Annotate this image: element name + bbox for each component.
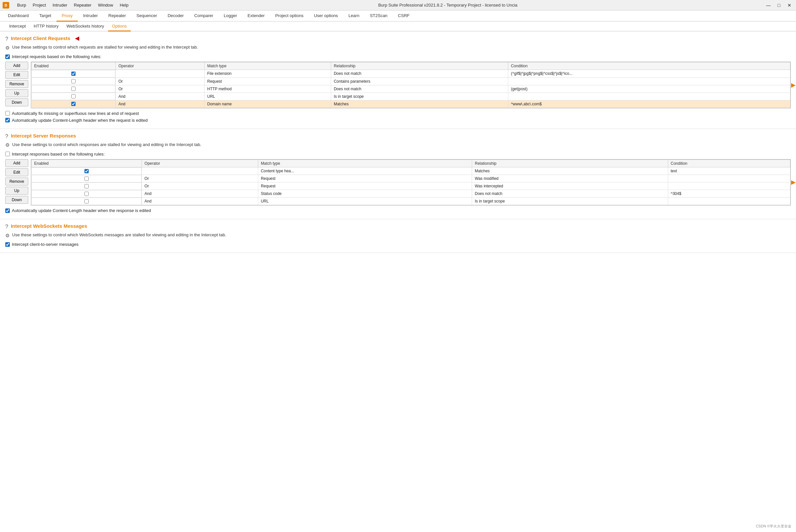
intercept-server-buttons: AddEditRemoveUpDown	[5, 159, 28, 204]
server-btn-add[interactable]: Add	[5, 159, 28, 167]
row-enabled[interactable]	[71, 72, 76, 76]
titlebar-controls: — □ ✕	[764, 1, 793, 9]
server-btn-remove[interactable]: Remove	[5, 177, 28, 186]
window-title: Burp Suite Professional v2021.8.2 - Temp…	[131, 3, 764, 7]
row-relationship: Does not match	[331, 70, 508, 78]
row-condition	[668, 175, 790, 183]
sub-nav-tab-websockets-history[interactable]: WebSockets history	[62, 22, 108, 32]
maximize-button[interactable]: □	[775, 1, 783, 9]
row-enabled[interactable]	[85, 184, 89, 188]
main-nav-tab-repeater[interactable]: Repeater	[103, 11, 131, 22]
main-nav-tab-logger[interactable]: Logger	[218, 11, 242, 22]
row-relationship: Was intercepted	[472, 183, 668, 190]
row-condition: (^gif$|^jpg$|^png$|^css$|^js$|^ico...	[508, 70, 791, 78]
auto-update-server-checkbox[interactable]	[5, 208, 10, 213]
gear-icon-ws[interactable]: ⚙	[5, 233, 10, 239]
client-btn-remove[interactable]: Remove	[5, 80, 28, 88]
row-enabled[interactable]	[85, 169, 89, 173]
server-btn-edit[interactable]: Edit	[5, 168, 28, 176]
main-nav-tab-project-options[interactable]: Project options	[270, 11, 309, 22]
menu-burp[interactable]: Burp	[15, 2, 29, 8]
row-relationship: Is in target scope	[331, 93, 508, 100]
table-row[interactable]: Or HTTP method Does not match (get|post)	[32, 85, 791, 93]
row-enabled[interactable]	[71, 94, 76, 98]
row-enabled[interactable]	[71, 79, 76, 83]
row-enabled[interactable]	[71, 87, 76, 91]
row-matchtype: Request	[258, 183, 472, 190]
table-row[interactable]: Or Request Contains parameters	[32, 77, 791, 85]
server-btn-down[interactable]: Down	[5, 196, 28, 204]
sub-nav-tab-options[interactable]: Options	[108, 22, 131, 32]
row-condition	[508, 93, 791, 100]
row-enabled[interactable]	[85, 192, 89, 196]
table-row[interactable]: And URL Is in target scope	[32, 197, 791, 205]
row-enabled[interactable]	[85, 199, 89, 204]
main-nav-tab-sequencer[interactable]: Sequencer	[131, 11, 162, 22]
main-nav-tab-comparer[interactable]: Comparer	[189, 11, 218, 22]
minimize-button[interactable]: —	[764, 1, 772, 9]
row-operator: And	[142, 197, 258, 205]
main-nav-tab-proxy[interactable]: Proxy	[56, 11, 78, 22]
auto-update-client-checkbox[interactable]	[5, 118, 10, 122]
row-enabled[interactable]	[85, 176, 89, 181]
close-button[interactable]: ✕	[785, 1, 793, 9]
row-condition	[508, 77, 791, 85]
menu-window[interactable]: Window	[95, 2, 116, 8]
main-nav-tab-learn[interactable]: Learn	[343, 11, 365, 22]
table-row[interactable]: And Domain name Matches ^www\.abc\.com$	[32, 100, 791, 108]
intercept-client-checkbox[interactable]	[5, 55, 10, 59]
row-relationship: Is in target scope	[472, 197, 668, 205]
row-condition: ^304$	[668, 190, 790, 197]
menu-project[interactable]: Project	[30, 2, 48, 8]
table-row[interactable]: And URL Is in target scope	[32, 93, 791, 100]
main-nav-tab-decoder[interactable]: Decoder	[162, 11, 189, 22]
col-enabled-server: Enabled	[32, 159, 142, 167]
client-btn-add[interactable]: Add	[5, 62, 28, 70]
table-row[interactable]: File extension Does not match (^gif$|^jp…	[32, 70, 791, 78]
help-icon-server[interactable]: ?	[5, 134, 8, 139]
intercept-server-header: ? Intercept Server Responses	[5, 133, 791, 139]
row-enabled[interactable]	[71, 102, 76, 106]
menu-repeater[interactable]: Repeater	[71, 2, 94, 8]
main-nav-tab-target[interactable]: Target	[34, 11, 56, 22]
table-row[interactable]: Or Request Was intercepted	[32, 183, 791, 190]
client-btn-up[interactable]: Up	[5, 89, 28, 97]
gear-icon-server[interactable]: ⚙	[5, 142, 10, 148]
sub-nav-tab-intercept[interactable]: Intercept	[5, 22, 30, 32]
intercept-server-section: ? Intercept Server Responses ⚙ Use these…	[0, 129, 796, 220]
intercept-server-title: Intercept Server Responses	[11, 133, 76, 138]
content-area: ? Intercept Client Requests ◄ ⚙ Use thes…	[0, 32, 796, 532]
main-nav-tab-csrf[interactable]: CSRF	[393, 11, 415, 22]
table-row[interactable]: Content type hea... Matches text	[32, 167, 791, 175]
table-row[interactable]: Or Request Was modified	[32, 175, 791, 183]
gear-icon-client[interactable]: ⚙	[5, 45, 10, 51]
help-icon-ws[interactable]: ?	[5, 224, 8, 230]
intercept-client-table-wrapper: Enabled Operator Match type Relationship…	[31, 62, 791, 108]
intercept-ws-checkbox[interactable]	[5, 242, 10, 247]
row-relationship: Does not match	[472, 190, 668, 197]
main-nav-tab-dashboard[interactable]: Dashboard	[3, 11, 34, 22]
sub-nav-tab-http-history[interactable]: HTTP history	[30, 22, 63, 32]
client-btn-edit[interactable]: Edit	[5, 71, 28, 79]
help-icon-client[interactable]: ?	[5, 36, 8, 42]
server-btn-up[interactable]: Up	[5, 187, 28, 195]
client-btn-down[interactable]: Down	[5, 98, 28, 106]
menu-help[interactable]: Help	[117, 2, 131, 8]
intercept-server-checkbox[interactable]	[5, 152, 10, 156]
menu-intruder[interactable]: Intruder	[50, 2, 70, 8]
burp-logo: B	[3, 2, 9, 8]
intercept-client-table-container: AddEditRemoveUpDown Enabled Operator Mat…	[5, 62, 791, 108]
table-row[interactable]: And Status code Does not match ^304$	[32, 190, 791, 197]
main-nav-tab-user-options[interactable]: User options	[309, 11, 343, 22]
auto-fix-checkbox[interactable]	[5, 111, 10, 115]
watermark: CSDN ©学火火变全金	[754, 523, 793, 529]
col-matchtype-client: Match type	[204, 62, 331, 70]
row-operator: Or	[116, 85, 204, 93]
main-nav-tab-extender[interactable]: Extender	[242, 11, 270, 22]
main-nav-tab-intruder[interactable]: Intruder	[78, 11, 103, 22]
row-matchtype: Domain name	[204, 100, 331, 108]
main-nav-tab-st2scan[interactable]: ST2Scan	[365, 11, 393, 22]
intercept-websockets-desc: Use these settings to control which WebS…	[12, 232, 227, 237]
col-relationship-client: Relationship	[331, 62, 508, 70]
intercept-server-table-container: AddEditRemoveUpDown Enabled Operator Mat…	[5, 159, 791, 206]
